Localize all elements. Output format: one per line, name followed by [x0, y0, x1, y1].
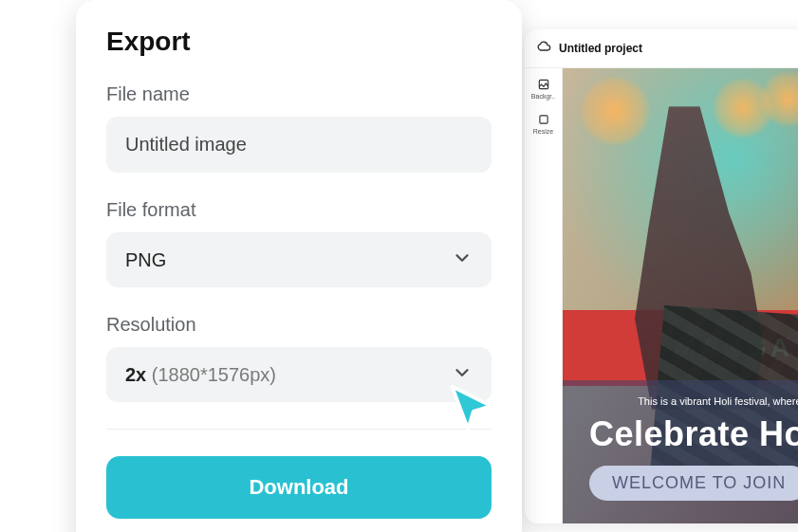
export-dialog: Export File name File format PNG Resolut…	[76, 0, 522, 532]
file-format-field: File format PNG	[106, 199, 492, 287]
project-name[interactable]: Untitled project	[559, 42, 642, 55]
download-button-label: Download	[249, 475, 348, 499]
canvas-text-overlay: This is a vibrant Holi festival, where y…	[563, 380, 798, 523]
background-tool[interactable]: Backgr..	[528, 74, 560, 103]
file-name-input[interactable]	[106, 117, 492, 173]
chevron-down-icon	[452, 362, 473, 387]
cloud-icon	[536, 39, 551, 58]
resize-tool-label: Resize	[533, 128, 553, 135]
file-format-value: PNG	[125, 249, 166, 271]
editor-body: Backgr.. Resize MANGA This is a vibrant …	[525, 68, 798, 523]
editor-toolbar: Untitled project	[525, 29, 798, 68]
resolution-multiplier: 2x	[125, 364, 146, 385]
overlay-subtitle[interactable]: This is a vibrant Holi festival, where y…	[589, 395, 798, 407]
resolution-dims: (1880*1576px)	[152, 364, 276, 385]
bokeh-icon	[582, 78, 648, 144]
file-format-label: File format	[106, 199, 492, 221]
canvas-area[interactable]: MANGA This is a vibrant Holi festival, w…	[563, 68, 798, 523]
left-tool-rail: Backgr.. Resize	[525, 68, 563, 523]
editor-window: Untitled project Backgr.. Resize	[525, 29, 798, 523]
welcome-button[interactable]: WELCOME TO JOIN	[589, 466, 798, 501]
file-name-field: File name	[106, 83, 492, 173]
resolution-label: Resolution	[106, 314, 492, 336]
file-name-label: File name	[106, 83, 492, 105]
svg-rect-1	[539, 116, 547, 123]
divider	[106, 429, 492, 430]
welcome-button-label: WELCOME TO JOIN	[612, 473, 786, 492]
chevron-down-icon	[452, 248, 473, 272]
export-title: Export	[106, 27, 492, 57]
background-tool-label: Backgr..	[531, 93, 555, 100]
resolution-field: Resolution 2x (1880*1576px)	[106, 314, 492, 402]
download-button[interactable]: Download	[106, 456, 492, 519]
resize-tool[interactable]: Resize	[528, 109, 560, 138]
resolution-select[interactable]: 2x (1880*1576px)	[106, 347, 492, 402]
resolution-value: 2x (1880*1576px)	[125, 364, 276, 386]
file-format-select[interactable]: PNG	[106, 232, 492, 287]
overlay-title[interactable]: Celebrate Ho	[589, 414, 798, 454]
